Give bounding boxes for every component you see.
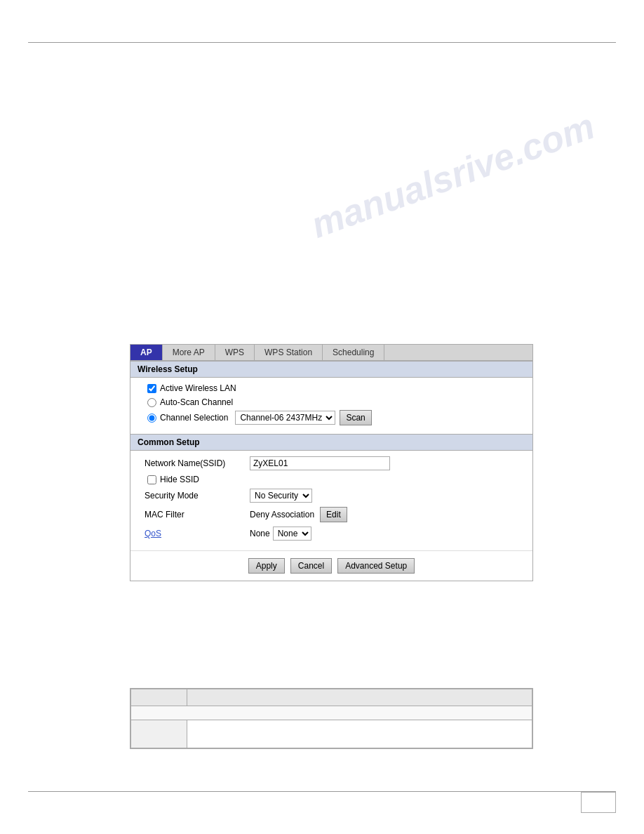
apply-button[interactable]: Apply (248, 558, 285, 574)
mac-filter-row: MAC Filter Deny Association Edit (145, 507, 518, 522)
table-header-col1 (131, 689, 187, 706)
active-wireless-lan-label: Active Wireless LAN (160, 383, 236, 393)
main-panel: AP More AP WPS WPS Station Scheduling Wi… (130, 344, 533, 581)
hide-ssid-row: Hide SSID (147, 475, 518, 484)
qos-row: QoS None None (145, 527, 518, 541)
tab-ap[interactable]: AP (130, 345, 163, 360)
network-name-input[interactable] (250, 456, 390, 470)
auto-scan-channel-radio[interactable] (147, 398, 156, 407)
common-setup-content: Network Name(SSID) Hide SSID Security Mo… (130, 451, 532, 550)
mac-filter-edit-button[interactable]: Edit (320, 507, 347, 522)
tab-more-ap[interactable]: More AP (163, 345, 215, 360)
table-header-col2 (187, 689, 532, 706)
top-divider (28, 42, 616, 43)
page-number-box (581, 792, 616, 813)
channel-selection-row: Channel Selection Channel-06 2437MHz Sca… (145, 410, 518, 425)
security-mode-dropdown[interactable]: No Security (250, 489, 312, 503)
table-row1 (131, 706, 532, 720)
channel-selection-label: Channel Selection (160, 413, 228, 423)
channel-dropdown[interactable]: Channel-06 2437MHz (235, 411, 335, 425)
qos-none-label: None (250, 529, 270, 538)
watermark: manualsrive.com (306, 105, 601, 246)
qos-label[interactable]: QoS (145, 529, 250, 538)
security-mode-label: Security Mode (145, 491, 250, 501)
mac-filter-label: MAC Filter (145, 510, 250, 519)
cancel-button[interactable]: Cancel (290, 558, 332, 574)
auto-scan-channel-label: Auto-Scan Channel (160, 397, 233, 407)
hide-ssid-label: Hide SSID (160, 475, 199, 484)
channel-selection-radio[interactable] (147, 413, 156, 423)
hide-ssid-checkbox[interactable] (147, 475, 156, 484)
active-wireless-lan-checkbox[interactable] (147, 384, 156, 393)
bottom-table-container (130, 688, 533, 749)
tab-wps-station[interactable]: WPS Station (255, 345, 323, 360)
wireless-setup-header: Wireless Setup (130, 361, 532, 378)
bottom-table (130, 689, 532, 748)
common-setup-header: Common Setup (130, 434, 532, 451)
button-bar: Apply Cancel Advanced Setup (130, 550, 532, 581)
network-name-label: Network Name(SSID) (145, 458, 250, 468)
tab-wps[interactable]: WPS (215, 345, 255, 360)
tab-scheduling[interactable]: Scheduling (323, 345, 384, 360)
network-name-row: Network Name(SSID) (145, 456, 518, 470)
advanced-setup-button[interactable]: Advanced Setup (337, 558, 415, 574)
active-wireless-lan-row: Active Wireless LAN (145, 383, 518, 393)
table-row2-col2 (187, 720, 532, 748)
tab-bar: AP More AP WPS WPS Station Scheduling (130, 345, 532, 361)
auto-scan-channel-row: Auto-Scan Channel (145, 397, 518, 407)
channel-controls: Channel-06 2437MHz Scan (235, 410, 371, 425)
bottom-divider (28, 791, 616, 792)
deny-association-label: Deny Association (250, 510, 314, 519)
security-mode-row: Security Mode No Security (145, 489, 518, 503)
table-row2-col1 (131, 720, 187, 748)
scan-button[interactable]: Scan (340, 410, 371, 425)
wireless-setup-content: Active Wireless LAN Auto-Scan Channel Ch… (130, 378, 532, 434)
qos-dropdown[interactable]: None (273, 527, 311, 541)
